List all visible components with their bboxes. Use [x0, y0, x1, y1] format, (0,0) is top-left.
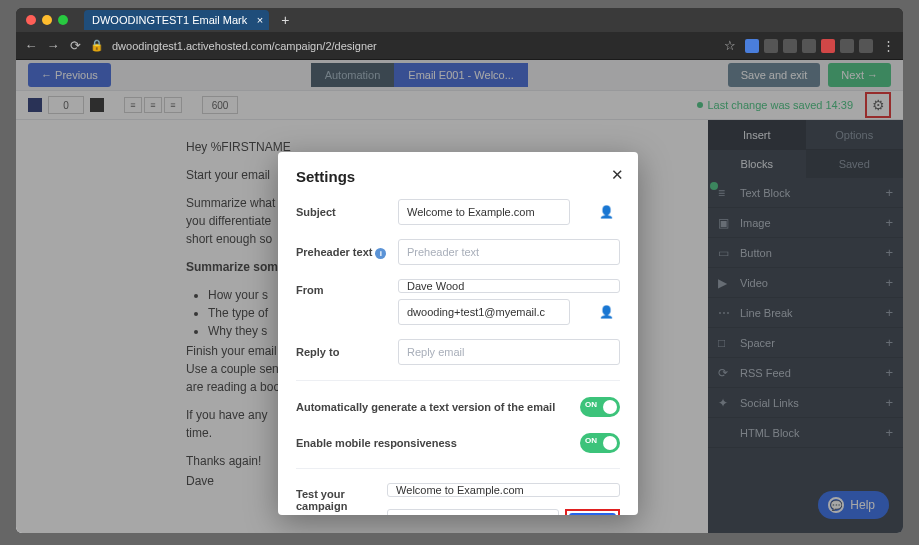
preheader-input[interactable]	[398, 239, 620, 265]
right-panel: Insert Options Blocks Saved ≡Text Block+…	[708, 120, 903, 533]
reply-label: Reply to	[296, 346, 388, 358]
block-icon: ≡	[718, 186, 732, 200]
ext-icon[interactable]	[745, 39, 759, 53]
person-icon[interactable]: 👤	[599, 305, 614, 319]
menu-icon[interactable]: ⋮	[881, 38, 895, 53]
rp-item-image[interactable]: ▣Image+	[708, 208, 903, 238]
reload-icon[interactable]: ⟳	[68, 38, 82, 53]
address-bar: ← → ⟳ 🔒 dwoodingtest1.activehosted.com/c…	[16, 32, 903, 60]
plus-icon[interactable]: +	[885, 245, 893, 260]
ext-icon[interactable]	[859, 39, 873, 53]
block-icon: ▶	[718, 276, 732, 290]
reply-input[interactable]	[398, 339, 620, 365]
editor-toolbar: 0 ≡ ≡ ≡ 600 Last change was saved 14:39 …	[16, 90, 903, 120]
test-subject-input[interactable]	[387, 483, 620, 497]
rp-item-social-links[interactable]: ✦Social Links+	[708, 388, 903, 418]
mobile-toggle[interactable]: ON	[580, 433, 620, 453]
from-label: From	[296, 279, 388, 296]
help-button[interactable]: 💬 Help	[818, 491, 889, 519]
block-label: Text Block	[740, 187, 790, 199]
send-test-button[interactable]: Send Test	[569, 513, 616, 515]
rp-item-text-block[interactable]: ≡Text Block+	[708, 178, 903, 208]
tab-close-icon[interactable]: ×	[257, 14, 263, 26]
browser-window: DWOODINGTEST1 Email Mark × + ← → ⟳ 🔒 dwo…	[16, 8, 903, 533]
star-icon[interactable]: ☆	[723, 38, 737, 53]
block-icon: ▭	[718, 246, 732, 260]
gear-icon[interactable]: ⚙	[872, 97, 885, 113]
color-swatch[interactable]	[28, 98, 42, 112]
align-left-icon[interactable]: ≡	[124, 97, 142, 113]
send-test-highlight: Send Test	[565, 509, 620, 515]
plus-icon[interactable]: +	[885, 365, 893, 380]
rp-item-video[interactable]: ▶Video+	[708, 268, 903, 298]
browser-tab[interactable]: DWOODINGTEST1 Email Mark ×	[84, 10, 269, 30]
tab-email-title[interactable]: Email E001 - Welco...	[394, 63, 528, 87]
plus-icon[interactable]: +	[885, 335, 893, 350]
modal-title: Settings	[296, 168, 620, 185]
subject-input[interactable]	[398, 199, 570, 225]
plus-icon[interactable]: +	[885, 275, 893, 290]
plus-icon[interactable]: +	[885, 395, 893, 410]
window-close-dot[interactable]	[26, 15, 36, 25]
url-text[interactable]: dwoodingtest1.activehosted.com/campaign/…	[112, 40, 715, 52]
from-name-input[interactable]	[398, 279, 620, 293]
ext-icon[interactable]	[840, 39, 854, 53]
panel-indicator-icon	[710, 182, 718, 190]
rp-sub-blocks[interactable]: Blocks	[708, 150, 806, 178]
width-input[interactable]: 600	[202, 96, 238, 114]
block-label: Line Break	[740, 307, 793, 319]
block-icon: ⋯	[718, 306, 732, 320]
align-center-icon[interactable]: ≡	[144, 97, 162, 113]
rp-item-button[interactable]: ▭Button+	[708, 238, 903, 268]
forward-icon[interactable]: →	[46, 38, 60, 53]
align-right-icon[interactable]: ≡	[164, 97, 182, 113]
person-icon[interactable]: 👤	[599, 205, 614, 219]
settings-gear-highlight[interactable]: ⚙	[865, 92, 891, 118]
ext-icon[interactable]	[802, 39, 816, 53]
tab-automation[interactable]: Automation	[311, 63, 395, 87]
plus-icon[interactable]: +	[885, 425, 893, 440]
next-button[interactable]: Next →	[828, 63, 891, 87]
back-icon[interactable]: ←	[24, 38, 38, 53]
rp-item-html-block[interactable]: HTML Block+	[708, 418, 903, 448]
rp-tab-insert[interactable]: Insert	[708, 120, 806, 149]
plus-icon[interactable]: +	[885, 215, 893, 230]
block-label: Social Links	[740, 397, 799, 409]
lock-icon: 🔒	[90, 39, 104, 52]
app: ← Previous Automation Email E001 - Welco…	[16, 60, 903, 533]
ext-icon[interactable]	[821, 39, 835, 53]
status-dot-icon	[697, 102, 703, 108]
autotext-toggle[interactable]: ON	[580, 397, 620, 417]
save-exit-button[interactable]: Save and exit	[728, 63, 821, 87]
settings-modal: Settings ✕ Subject 👤 Preheader texti Fro…	[278, 152, 638, 515]
plus-icon[interactable]: +	[885, 185, 893, 200]
color-swatch2[interactable]	[90, 98, 104, 112]
block-icon: ▣	[718, 216, 732, 230]
block-icon: □	[718, 336, 732, 350]
rp-item-rss-feed[interactable]: ⟳RSS Feed+	[708, 358, 903, 388]
ext-icon[interactable]	[783, 39, 797, 53]
autotext-label: Automatically generate a text version of…	[296, 401, 555, 413]
rp-item-spacer[interactable]: □Spacer+	[708, 328, 903, 358]
ext-icon[interactable]	[764, 39, 778, 53]
center-tabs: Automation Email E001 - Welco...	[311, 63, 528, 87]
mobile-label: Enable mobile responsiveness	[296, 437, 457, 449]
plus-icon[interactable]: +	[885, 305, 893, 320]
tab-title: DWOODINGTEST1 Email Mark	[92, 14, 247, 26]
from-email-input[interactable]	[398, 299, 570, 325]
window-max-dot[interactable]	[58, 15, 68, 25]
test-label: Test your campaign	[296, 483, 377, 512]
subject-label: Subject	[296, 206, 388, 218]
previous-button[interactable]: ← Previous	[28, 63, 111, 87]
close-icon[interactable]: ✕	[611, 166, 624, 184]
border-width-input[interactable]: 0	[48, 96, 84, 114]
block-label: Spacer	[740, 337, 775, 349]
rp-item-line-break[interactable]: ⋯Line Break+	[708, 298, 903, 328]
align-group: ≡ ≡ ≡	[124, 97, 182, 113]
rp-sub-saved[interactable]: Saved	[806, 150, 904, 178]
test-email-input[interactable]	[387, 509, 559, 515]
rp-tab-options[interactable]: Options	[806, 120, 904, 149]
new-tab-button[interactable]: +	[281, 12, 289, 28]
info-icon[interactable]: i	[375, 248, 386, 259]
window-min-dot[interactable]	[42, 15, 52, 25]
